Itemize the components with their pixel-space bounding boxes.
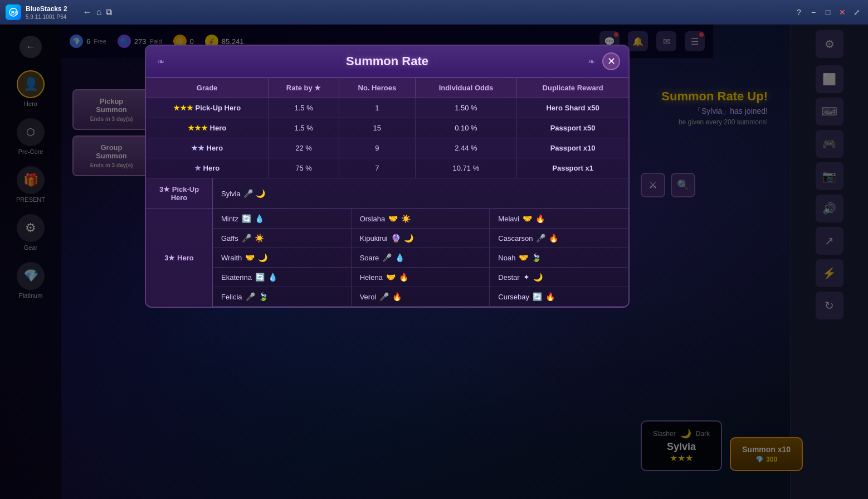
hero-grid: Mintz 🔄 💧 Orslaha 🤝 ☀️ Melavi 🤝 🔥 Gaffs … <box>213 209 628 307</box>
felicia-element-icon: 🍃 <box>259 292 268 301</box>
modal-close-button[interactable]: ✕ <box>602 52 620 70</box>
cascarson-name: Cascarson <box>498 234 533 243</box>
ekaterina-element-icon: 💧 <box>268 273 277 282</box>
hero-cell-helena: Helena 🤝 🔥 <box>352 268 490 287</box>
hero-list-section: 3★ Hero Mintz 🔄 💧 Orslaha 🤝 ☀️ Melavi 🤝 … <box>146 209 628 307</box>
hero-cell-wraith: Wraith 🤝 🌙 <box>213 248 352 268</box>
rate-pickup: 1.5 % <box>269 98 339 118</box>
hero-cell-kipukirui: Kipukirui 🔮 🌙 <box>352 229 490 248</box>
table-row: ★★★ Pick-Up Hero 1.5 % 1 1.50 % Hero Sha… <box>146 98 628 118</box>
cascarson-element-icon: 🔥 <box>549 234 558 243</box>
mintz-name: Mintz <box>221 215 238 223</box>
home-button[interactable]: ⌂ <box>96 7 102 17</box>
helena-name: Helena <box>360 273 383 282</box>
kipukirui-element-icon: 🌙 <box>404 234 413 243</box>
gaffs-name: Gaffs <box>221 234 238 243</box>
help-button[interactable]: ? <box>793 7 804 18</box>
melavi-class-icon: 🤝 <box>523 214 532 223</box>
kipukirui-name: Kipukirui <box>360 234 388 243</box>
summon-rate-table: Grade Rate by ★ No. Heroes Individual Od… <box>146 78 628 178</box>
odds-3star: 0.10 % <box>415 118 517 138</box>
gaffs-class-icon: 🎤 <box>242 234 251 243</box>
modal-title: Summon Rate <box>346 54 428 68</box>
rate-3star: 1.5 % <box>269 118 339 138</box>
resize-button[interactable]: ⤢ <box>851 7 862 18</box>
nav-controls: ← ⌂ ⧉ <box>83 7 113 17</box>
destar-class-icon: ✦ <box>523 273 530 282</box>
helena-element-icon: 🔥 <box>399 273 408 282</box>
odds-1star: 10.71 % <box>415 158 517 178</box>
col-reward: Duplicate Reward <box>517 78 628 98</box>
cascarson-class-icon: 🎤 <box>536 234 545 243</box>
heroes-2star: 9 <box>339 138 416 158</box>
hero-cell-mintz: Mintz 🔄 💧 <box>213 209 352 229</box>
odds-2star: 2.44 % <box>415 138 517 158</box>
hero-cell-cascarson: Cascarson 🎤 🔥 <box>490 229 628 248</box>
heroes-1star: 7 <box>339 158 416 178</box>
grade-2star: ★★ Hero <box>146 138 269 158</box>
orslaha-name: Orslaha <box>360 215 386 223</box>
col-rate: Rate by ★ <box>269 78 339 98</box>
cursebay-class-icon: 🔄 <box>533 292 542 301</box>
heroes-pickup: 1 <box>339 98 416 118</box>
grade-pickup: ★★★ Pick-Up Hero <box>146 98 269 118</box>
soare-class-icon: 🎤 <box>382 253 392 262</box>
mintz-element-icon: 💧 <box>255 214 264 223</box>
felicia-name: Felicia <box>221 293 242 301</box>
close-button[interactable]: ✕ <box>837 7 848 18</box>
hero-entry-sylvia: Sylvia 🎤 🌙 <box>221 189 265 198</box>
titlebar: BS BlueStacks 2 5.9.11.1001 P64 ← ⌂ ⧉ ? … <box>0 0 868 25</box>
wraith-element-icon: 🌙 <box>258 253 267 262</box>
cursebay-element-icon: 🔥 <box>545 292 555 301</box>
verol-name: Verol <box>360 293 377 301</box>
pickup-hero-section: 3★ Pick-UpHero Sylvia 🎤 🌙 <box>146 178 628 209</box>
destar-element-icon: 🌙 <box>533 273 543 282</box>
verol-class-icon: 🎤 <box>379 292 389 301</box>
melavi-name: Melavi <box>498 215 519 223</box>
noah-element-icon: 🍃 <box>531 253 541 262</box>
pickup-section-label: 3★ Pick-UpHero <box>146 178 213 209</box>
melavi-element-icon: 🔥 <box>535 214 545 223</box>
orslaha-class-icon: 🤝 <box>388 214 398 223</box>
noah-name: Noah <box>498 254 515 262</box>
app-title: BlueStacks 2 <box>26 5 67 13</box>
app-logo: BS <box>6 4 21 20</box>
sylvia-element-icon: 🌙 <box>256 189 265 198</box>
heroes-3star: 15 <box>339 118 416 138</box>
felicia-class-icon: 🎤 <box>246 292 255 301</box>
window-controls: ? − □ ✕ ⤢ <box>793 7 862 18</box>
rate-1star: 75 % <box>269 158 339 178</box>
gaffs-element-icon: ☀️ <box>255 234 264 243</box>
summon-rate-modal: ❧ Summon Rate ❧ ✕ Grade Rate by ★ No. He… <box>145 45 630 308</box>
grade-1star: ★ Hero <box>146 158 269 178</box>
hero-cell-melavi: Melavi 🤝 🔥 <box>490 209 628 229</box>
kipukirui-class-icon: 🔮 <box>391 234 401 243</box>
modal-header: ❧ Summon Rate ❧ ✕ <box>146 46 628 78</box>
destar-name: Destar <box>498 273 519 282</box>
pickup-heroes-list: Sylvia 🎤 🌙 <box>213 178 628 209</box>
minimize-button[interactable]: − <box>808 7 819 18</box>
hero-list-section-label: 3★ Hero <box>146 209 213 307</box>
table-row: ★★★ Hero 1.5 % 15 0.10 % Passport x50 <box>146 118 628 138</box>
col-odds: Individual Odds <box>415 78 517 98</box>
reward-pickup: Hero Shard x50 <box>517 98 628 118</box>
sylvia-class-icon: 🎤 <box>243 189 253 198</box>
copy-button[interactable]: ⧉ <box>106 7 112 17</box>
reward-1star: Passport x1 <box>517 158 628 178</box>
table-row: ★ Hero 75 % 7 10.71 % Passport x1 <box>146 158 628 178</box>
hero-cell-ekaterina: Ekaterina 🔄 💧 <box>213 268 352 287</box>
helena-class-icon: 🤝 <box>386 273 396 282</box>
mintz-class-icon: 🔄 <box>242 214 251 223</box>
col-heroes: No. Heroes <box>339 78 416 98</box>
verol-element-icon: 🔥 <box>392 292 402 301</box>
ekaterina-class-icon: 🔄 <box>255 273 265 282</box>
back-button[interactable]: ← <box>83 7 92 17</box>
maximize-button[interactable]: □ <box>822 7 833 18</box>
rate-2star: 22 % <box>269 138 339 158</box>
hero-cell-destar: Destar ✦ 🌙 <box>490 268 628 287</box>
hero-cell-felicia: Felicia 🎤 🍃 <box>213 287 352 307</box>
cursebay-name: Cursebay <box>498 293 529 301</box>
grade-3star: ★★★ Hero <box>146 118 269 138</box>
wraith-class-icon: 🤝 <box>245 253 255 262</box>
hero-cell-gaffs: Gaffs 🎤 ☀️ <box>213 229 352 248</box>
